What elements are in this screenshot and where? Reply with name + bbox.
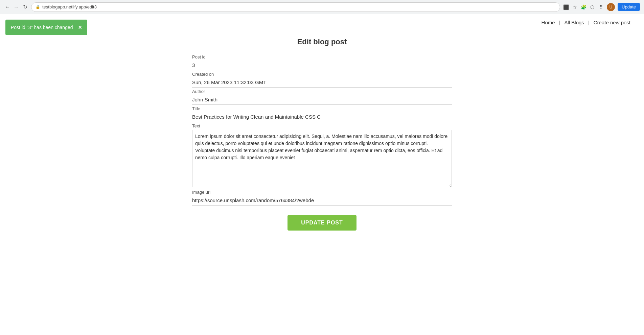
bookmark-icon[interactable]: ☆ — [572, 4, 578, 10]
toast-close-button[interactable]: × — [78, 24, 82, 30]
page: Post id "3" has been changed × Home | Al… — [0, 14, 644, 335]
title-label: Title — [192, 106, 452, 111]
text-textarea[interactable]: Lorem ipsum dolor sit amet consectetur a… — [192, 130, 452, 187]
nav-home[interactable]: Home — [539, 20, 558, 25]
author-group: Author — [192, 89, 452, 105]
browser-update-button[interactable]: Update — [618, 3, 640, 11]
reload-button[interactable]: ↻ — [22, 4, 28, 10]
address-bar[interactable]: 🔒 testblogapp.netlify.app/edit3 — [31, 2, 560, 12]
toast-message: Post id "3" has been changed — [11, 25, 73, 30]
text-label: Text — [192, 123, 452, 128]
title-group: Title — [192, 106, 452, 122]
author-label: Author — [192, 89, 452, 94]
nav-all-blogs[interactable]: All Blogs — [562, 20, 587, 25]
update-post-button[interactable]: UPDATE POST — [288, 215, 356, 231]
screenshot-icon[interactable]: ⬛ — [563, 4, 569, 10]
created-on-input[interactable] — [192, 78, 452, 88]
browser-chrome: ← → ↻ 🔒 testblogapp.netlify.app/edit3 ⬛ … — [0, 0, 644, 14]
top-navigation: Home | All Blogs | Create new post — [0, 14, 644, 31]
back-button[interactable]: ← — [4, 4, 11, 10]
post-id-input[interactable] — [192, 61, 452, 70]
post-id-label: Post id — [192, 54, 452, 59]
browser-nav-buttons: ← → ↻ — [4, 4, 28, 10]
nav-sep-2: | — [588, 20, 590, 25]
author-input[interactable] — [192, 95, 452, 105]
created-on-label: Created on — [192, 72, 452, 77]
post-id-group: Post id — [192, 54, 452, 70]
toast-notification: Post id "3" has been changed × — [5, 20, 87, 35]
nav-links: Home | All Blogs | Create new post — [539, 20, 633, 25]
nav-create-new-post[interactable]: Create new post — [591, 20, 633, 25]
image-url-input[interactable] — [192, 196, 452, 206]
text-group: Text Lorem ipsum dolor sit amet consecte… — [192, 123, 452, 188]
menu-icon[interactable]: ⠿ — [598, 4, 604, 10]
profile-icon[interactable]: ⬡ — [589, 4, 595, 10]
image-url-group: Image url — [192, 190, 452, 206]
avatar[interactable]: U — [607, 3, 615, 11]
image-url-label: Image url — [192, 190, 452, 195]
puzzle-icon[interactable]: 🧩 — [580, 4, 586, 10]
nav-sep-1: | — [559, 20, 560, 25]
page-title: Edit blog post — [192, 38, 452, 46]
lock-icon: 🔒 — [36, 5, 40, 9]
url-text: testblogapp.netlify.app/edit3 — [42, 4, 556, 9]
created-on-group: Created on — [192, 72, 452, 88]
main-content: Edit blog post Post id Created on Author… — [187, 31, 457, 244]
title-input[interactable] — [192, 113, 452, 122]
browser-action-icons: ⬛ ☆ 🧩 ⬡ ⠿ U Update — [563, 3, 640, 11]
forward-button[interactable]: → — [13, 4, 20, 10]
